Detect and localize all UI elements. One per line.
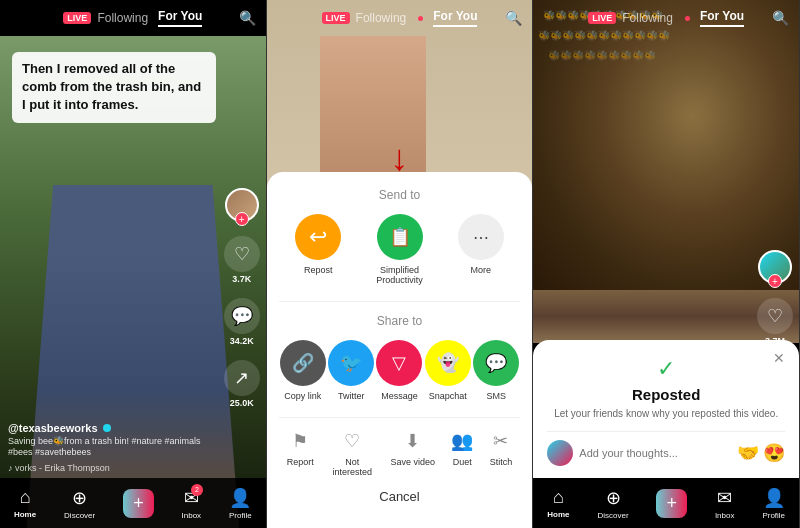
snapchat-button[interactable]: 👻 Snapchat: [425, 340, 471, 401]
nav-add[interactable]: +: [123, 489, 154, 518]
profile-label: Profile: [229, 511, 252, 520]
following-link-3[interactable]: Following: [622, 11, 673, 25]
profile-label-3: Profile: [762, 511, 785, 520]
nav-home-3[interactable]: ⌂ Home: [547, 487, 569, 519]
home-label-3: Home: [547, 510, 569, 519]
nav-discover[interactable]: ⊕ Discover: [64, 487, 95, 520]
nav-discover-3[interactable]: ⊕ Discover: [597, 487, 628, 520]
repost-overlay: ✕ ✓ Reposted Let your friends know why y…: [533, 340, 799, 478]
message-icon: ▽: [376, 340, 422, 386]
search-icon-2[interactable]: 🔍: [505, 10, 522, 26]
not-interested-button[interactable]: ♡ Not interested: [330, 430, 374, 477]
repost-title: Reposted: [547, 386, 785, 403]
description-1: Saving bee🐝from a trash bin! #nature #an…: [8, 436, 211, 459]
emoji-heart-eyes[interactable]: 😍: [763, 442, 785, 464]
more-button[interactable]: ⋯ More: [458, 214, 504, 285]
emoji-row: 🤝 😍: [737, 442, 785, 464]
productivity-label: Simplified Productivity: [375, 265, 425, 285]
close-button[interactable]: ✕: [773, 350, 785, 366]
avatar-small-3: [547, 440, 573, 466]
for-you-link-2[interactable]: For You: [433, 9, 477, 27]
bottom-nav-3: ⌂ Home ⊕ Discover + ✉ Inbox 👤 Profile: [533, 478, 799, 528]
stitch-button[interactable]: ✂ Stitch: [490, 430, 513, 477]
avatar-3: +: [758, 250, 792, 284]
twitter-label: Twitter: [338, 391, 365, 401]
repost-icon: ↩: [295, 214, 341, 260]
like-count-1: 3.7K: [232, 274, 251, 284]
snapchat-icon: 👻: [425, 340, 471, 386]
copy-link-label: Copy link: [284, 391, 321, 401]
panel-3: 🐝🐝🐝🐝🐝🐝🐝🐝🐝🐝 🐝🐝🐝🐝🐝🐝🐝🐝🐝🐝🐝 🐝🐝🐝🐝🐝🐝🐝🐝🐝 LIVE Fo…: [533, 0, 800, 528]
for-you-link-3[interactable]: For You: [700, 9, 744, 27]
follow-plus-3[interactable]: +: [768, 274, 782, 288]
report-label: Report: [287, 457, 314, 467]
add-icon-3: +: [656, 489, 687, 518]
discover-label: Discover: [64, 511, 95, 520]
top-bar-3: LIVE Following For You 🔍: [533, 0, 799, 36]
share-divider-2: [279, 417, 521, 418]
productivity-icon: 📋: [377, 214, 423, 260]
for-you-link-1[interactable]: For You: [158, 9, 202, 27]
share-button-1[interactable]: ↗ 25.0K: [224, 360, 260, 408]
home-label: Home: [14, 510, 36, 519]
avatar-action[interactable]: +: [225, 188, 259, 222]
productivity-button[interactable]: 📋 Simplified Productivity: [375, 214, 425, 285]
thought-input-row: 🤝 😍: [547, 431, 785, 466]
red-arrow-down: ↓: [391, 140, 409, 176]
report-button[interactable]: ⚑ Report: [287, 430, 314, 477]
following-link-1[interactable]: Following: [97, 11, 148, 25]
discover-label-3: Discover: [597, 511, 628, 520]
copy-link-button[interactable]: 🔗 Copy link: [280, 340, 326, 401]
live-badge-1: LIVE: [63, 12, 91, 24]
duet-button[interactable]: 👥 Duet: [451, 430, 473, 477]
live-badge-2: LIVE: [322, 12, 350, 24]
more-label: More: [470, 265, 491, 275]
send-to-label: Send to: [279, 188, 521, 202]
nav-profile[interactable]: 👤 Profile: [229, 487, 252, 520]
message-button[interactable]: ▽ Message: [376, 340, 422, 401]
sms-label: SMS: [486, 391, 506, 401]
nav-inbox-3[interactable]: ✉ Inbox: [715, 487, 735, 520]
search-icon-1[interactable]: 🔍: [239, 10, 256, 26]
like-button-1[interactable]: ♡ 3.7K: [224, 236, 260, 284]
share-count-1: 25.0K: [230, 398, 254, 408]
repost-button[interactable]: ↩ Repost: [295, 214, 341, 285]
home-icon: ⌂: [20, 487, 31, 508]
repost-label: Repost: [304, 265, 333, 275]
bottom-nav-1: ⌂ Home ⊕ Discover + ✉ 2 Inbox 👤 Profile: [0, 478, 266, 528]
nav-dot-2: [418, 16, 423, 21]
verified-badge-1: [103, 424, 111, 432]
emoji-handshake[interactable]: 🤝: [737, 442, 759, 464]
caption-box: Then I removed all of the comb from the …: [12, 52, 216, 123]
cancel-button[interactable]: Cancel: [279, 481, 521, 512]
bottom-actions-row: ⚑ Report ♡ Not interested ⬇ Save video 👥…: [279, 430, 521, 477]
nav-add-3[interactable]: +: [656, 489, 687, 518]
stitch-label: Stitch: [490, 457, 513, 467]
avatar-action-3[interactable]: +: [758, 250, 792, 284]
thought-input-field[interactable]: [579, 447, 731, 459]
following-link-2[interactable]: Following: [356, 11, 407, 25]
panel-2-legs: [320, 36, 426, 194]
inbox-label: Inbox: [182, 511, 202, 520]
message-label: Message: [381, 391, 418, 401]
search-icon-3[interactable]: 🔍: [772, 10, 789, 26]
nav-inbox[interactable]: ✉ 2 Inbox: [182, 487, 202, 520]
profile-icon-3: 👤: [763, 487, 785, 509]
profile-icon: 👤: [229, 487, 251, 509]
nav-dot-3: [685, 16, 690, 21]
comment-count-1: 34.2K: [230, 336, 254, 346]
follow-plus[interactable]: +: [235, 212, 249, 226]
share-to-row: 🔗 Copy link 🐦 Twitter ▽ Message 👻: [279, 340, 521, 401]
avatar-1: +: [225, 188, 259, 222]
nav-profile-3[interactable]: 👤 Profile: [762, 487, 785, 520]
inbox-badge-container: ✉ 2: [184, 487, 199, 509]
panel-3-bee-top: 🐝🐝🐝🐝🐝🐝🐝🐝🐝🐝 🐝🐝🐝🐝🐝🐝🐝🐝🐝🐝🐝 🐝🐝🐝🐝🐝🐝🐝🐝🐝: [533, 0, 799, 290]
nav-home[interactable]: ⌂ Home: [14, 487, 36, 519]
twitter-button[interactable]: 🐦 Twitter: [328, 340, 374, 401]
sms-button[interactable]: 💬 SMS: [473, 340, 519, 401]
like-button-3[interactable]: ♡ 3.7M: [757, 298, 793, 346]
username-1[interactable]: @texasbeeworks: [8, 422, 211, 434]
save-video-button[interactable]: ⬇ Save video: [390, 430, 435, 477]
comment-button-1[interactable]: 💬 34.2K: [224, 298, 260, 346]
copy-link-icon: 🔗: [280, 340, 326, 386]
